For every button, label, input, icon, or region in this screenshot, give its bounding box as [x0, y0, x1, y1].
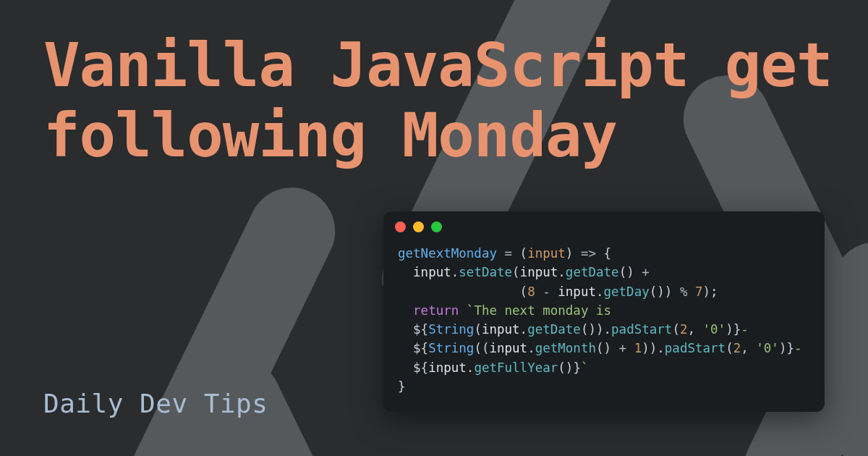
maximize-icon — [431, 221, 442, 232]
site-name: Daily Dev Tips — [43, 389, 268, 418]
close-icon — [395, 221, 406, 232]
code-fn-name: getNextMonday — [398, 246, 497, 261]
code-param: input — [527, 246, 566, 261]
minimize-icon — [413, 221, 424, 232]
code-snippet-window: getNextMonday = (input) => { input.setDa… — [383, 211, 825, 412]
window-traffic-lights — [383, 211, 825, 240]
page-title: Vanilla JavaScript get following Monday — [43, 30, 868, 170]
code-content: getNextMonday = (input) => { input.setDa… — [383, 240, 825, 402]
